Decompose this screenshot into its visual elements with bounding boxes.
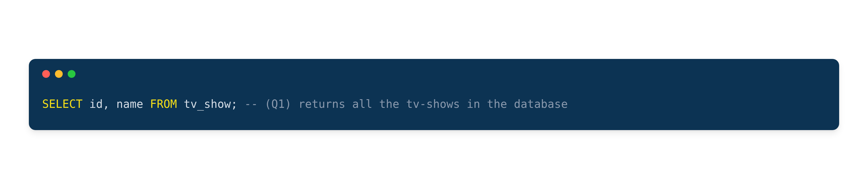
sql-keyword-from: FROM — [150, 98, 177, 110]
sql-identifier: name — [116, 98, 143, 110]
sql-comment: -- (Q1) returns all the tv-shows in the … — [245, 98, 568, 110]
close-icon[interactable] — [42, 70, 50, 78]
sql-keyword-select: SELECT — [42, 98, 83, 110]
maximize-icon[interactable] — [68, 70, 75, 78]
sql-identifier: id — [89, 98, 103, 110]
sql-punct: , — [103, 98, 110, 110]
window-titlebar — [29, 59, 839, 78]
code-text — [83, 98, 89, 110]
code-window: SELECT id, name FROM tv_show; -- (Q1) re… — [29, 59, 839, 130]
code-text — [177, 98, 184, 110]
minimize-icon[interactable] — [55, 70, 63, 78]
code-text — [238, 98, 244, 110]
code-text — [143, 98, 150, 110]
sql-identifier: tv_show — [184, 98, 231, 110]
sql-punct: ; — [231, 98, 238, 110]
code-text — [110, 98, 116, 110]
code-block: SELECT id, name FROM tv_show; -- (Q1) re… — [29, 78, 839, 130]
